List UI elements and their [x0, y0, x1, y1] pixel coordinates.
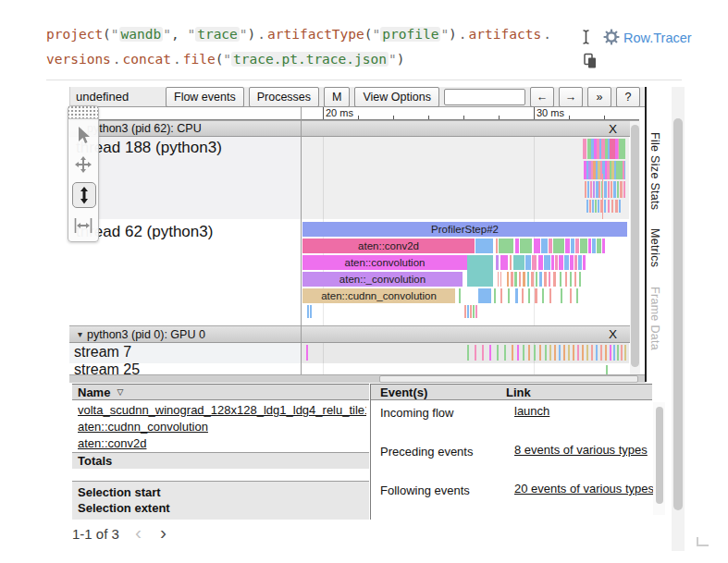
vertical-scroll-thumb[interactable]: [631, 125, 639, 367]
cpu-track-header[interactable]: ▾ python3 (pid 62): CPU X: [69, 120, 639, 137]
stream7-canvas[interactable]: [301, 343, 629, 363]
event-cudnn-convolution[interactable]: aten::cudnn_convolution: [302, 288, 455, 303]
processes-button[interactable]: Processes: [249, 87, 319, 107]
more-button[interactable]: »: [587, 87, 611, 107]
trace-event-segment[interactable]: [499, 239, 513, 253]
trace-event-segment[interactable]: [519, 272, 521, 287]
trace-event-segment[interactable]: [515, 239, 519, 253]
trace-event-segment[interactable]: [555, 255, 558, 270]
trace-event-segment[interactable]: [620, 181, 623, 198]
trace-event-segment[interactable]: [578, 255, 582, 270]
trace-event-segment[interactable]: [613, 181, 616, 198]
trace-event-segment[interactable]: [611, 200, 613, 213]
trace-event-segment[interactable]: [617, 181, 619, 198]
trace-event-segment[interactable]: [571, 239, 574, 253]
trace-event-segment[interactable]: [534, 239, 540, 253]
tab-file-size-stats[interactable]: File Size Stats: [648, 132, 661, 210]
trace-event-segment[interactable]: [496, 239, 498, 253]
gpu-kernel-segment[interactable]: [306, 345, 308, 361]
trace-event-segment[interactable]: [611, 181, 612, 198]
trace-event-segment[interactable]: [307, 305, 309, 318]
trace-event-segment[interactable]: [592, 200, 594, 213]
nav-back-button[interactable]: ←: [530, 87, 554, 107]
trace-event-segment[interactable]: [553, 239, 564, 253]
row-tracer-link[interactable]: Row.Tracer: [623, 31, 692, 45]
kernel-name-link[interactable]: volta_scudnn_winograd_128x128_ldg1_ldg4_…: [78, 403, 366, 417]
preceding-events-link[interactable]: 8 events of various types: [514, 443, 653, 457]
trace-event-segment[interactable]: [513, 255, 524, 270]
view-options-button[interactable]: View Options: [354, 87, 438, 107]
trace-event-segment[interactable]: [510, 255, 512, 270]
trace-event-segment[interactable]: [604, 181, 607, 198]
gpu-kernel-segment[interactable]: [621, 345, 623, 361]
help-button[interactable]: ?: [616, 87, 640, 107]
trace-event-segment[interactable]: [515, 288, 518, 303]
collapse-caret-icon[interactable]: ▾: [78, 329, 82, 339]
gpu-kernel-segment[interactable]: [528, 345, 530, 361]
trace-event-segment[interactable]: [522, 288, 524, 303]
trace-event-segment[interactable]: [588, 239, 591, 253]
trace-event-segment[interactable]: [619, 139, 625, 159]
trace-event-segment[interactable]: [536, 272, 537, 287]
trace-event-segment[interactable]: [583, 255, 586, 270]
trace-event-segment[interactable]: [615, 200, 618, 213]
event-conv2d[interactable]: aten::conv2d: [302, 239, 475, 253]
trace-event-segment[interactable]: [570, 288, 572, 303]
trace-event-segment[interactable]: [623, 181, 625, 198]
gpu-kernel-segment[interactable]: [517, 345, 519, 361]
palette-drag-handle[interactable]: [68, 106, 98, 119]
trace-event-segment[interactable]: [494, 288, 496, 303]
trace-event-segment[interactable]: [525, 255, 531, 270]
trace-event-segment[interactable]: [541, 239, 548, 253]
trace-event-segment[interactable]: [560, 272, 561, 287]
text-cursor-icon[interactable]: [579, 29, 593, 49]
trace-event-segment[interactable]: [598, 200, 599, 213]
trace-event-segment[interactable]: [602, 174, 603, 219]
trace-event-segment[interactable]: [592, 239, 596, 253]
trace-horizontal-scrollbar[interactable]: [69, 374, 646, 383]
following-events-link[interactable]: 20 events of various types: [514, 482, 662, 496]
page-scrollbar[interactable]: [672, 87, 685, 551]
gpu-kernel-segment[interactable]: [554, 345, 556, 361]
trace-event-segment[interactable]: [598, 181, 600, 198]
trace-event-segment[interactable]: [508, 288, 510, 303]
gpu-kernel-segment[interactable]: [610, 345, 611, 361]
trace-event-segment[interactable]: [585, 181, 586, 198]
trace-event-segment[interactable]: [570, 272, 572, 287]
trace-event-segment[interactable]: [587, 181, 589, 198]
trace-event-segment[interactable]: [544, 272, 547, 287]
trace-event-segment[interactable]: [467, 305, 469, 318]
events-panel-scrollbar[interactable]: [653, 402, 665, 515]
conv2d-link[interactable]: aten::conv2d: [78, 436, 366, 450]
trace-event-segment[interactable]: [553, 272, 556, 287]
trace-event-segment[interactable]: [624, 161, 625, 179]
trace-event-segment[interactable]: [478, 288, 491, 303]
trace-event-segment[interactable]: [507, 272, 509, 287]
gpu-kernel-segment[interactable]: [549, 345, 551, 361]
trace-event-segment[interactable]: [565, 239, 570, 253]
trace-event-segment[interactable]: [310, 305, 312, 318]
gpu-track-close-button[interactable]: X: [609, 327, 617, 341]
pane-divider[interactable]: [301, 107, 302, 377]
trace-event-segment[interactable]: [473, 305, 475, 318]
trace-event-segment[interactable]: [574, 255, 577, 270]
events-scroll-thumb[interactable]: [656, 407, 663, 504]
trace-event-segment[interactable]: [511, 272, 513, 287]
trace-event-segment[interactable]: [549, 239, 552, 253]
gpu-kernel-segment[interactable]: [568, 345, 570, 361]
gpu-kernel-segment[interactable]: [482, 345, 484, 361]
event-underscore-convolution[interactable]: aten::_convolution: [302, 272, 463, 287]
thread188-canvas[interactable]: [301, 137, 629, 219]
gpu-kernel-segment[interactable]: [586, 345, 588, 361]
trace-event-segment[interactable]: [467, 255, 493, 287]
gpu-kernel-segment[interactable]: [475, 345, 476, 361]
trace-event-segment[interactable]: [470, 305, 472, 318]
gpu-kernel-segment[interactable]: [504, 345, 506, 361]
trace-event-segment[interactable]: [500, 288, 502, 303]
gpu-kernel-segment[interactable]: [497, 345, 499, 361]
trace-event-segment[interactable]: [580, 239, 587, 253]
gpu-kernel-segment[interactable]: [539, 345, 541, 361]
tab-metrics[interactable]: Metrics: [648, 228, 661, 267]
query-line-2[interactable]: versions.concat.file("trace.pt.trace.jso…: [46, 47, 574, 72]
gpu-kernel-segment[interactable]: [523, 345, 524, 361]
